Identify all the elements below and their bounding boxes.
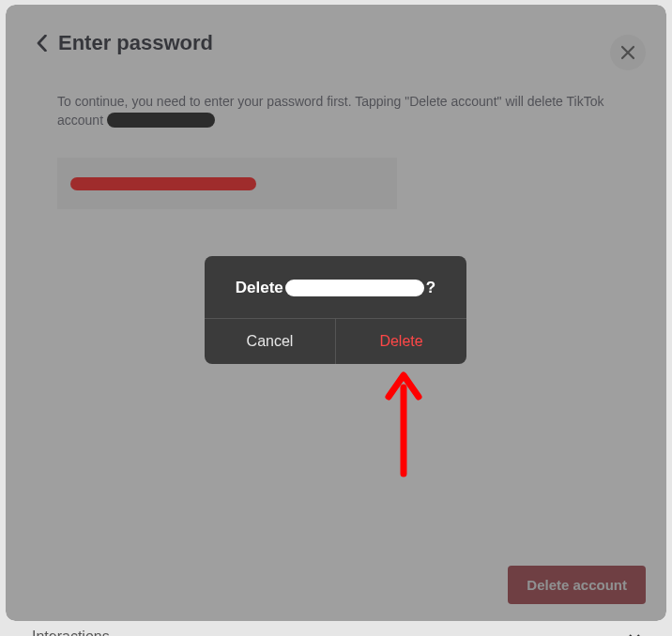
confirm-dialog-title: Delete ?	[205, 256, 466, 318]
confirm-dialog-buttons: Cancel Delete	[205, 318, 466, 364]
background-row: Interactions	[32, 628, 640, 636]
redacted-confirm-username	[285, 280, 424, 296]
confirm-delete-dialog: Delete ? Cancel Delete	[205, 256, 466, 364]
confirm-delete-button[interactable]: Delete	[336, 319, 466, 364]
cancel-button[interactable]: Cancel	[205, 319, 336, 364]
chevron-down-icon	[629, 628, 640, 636]
interactions-label: Interactions	[32, 628, 110, 636]
